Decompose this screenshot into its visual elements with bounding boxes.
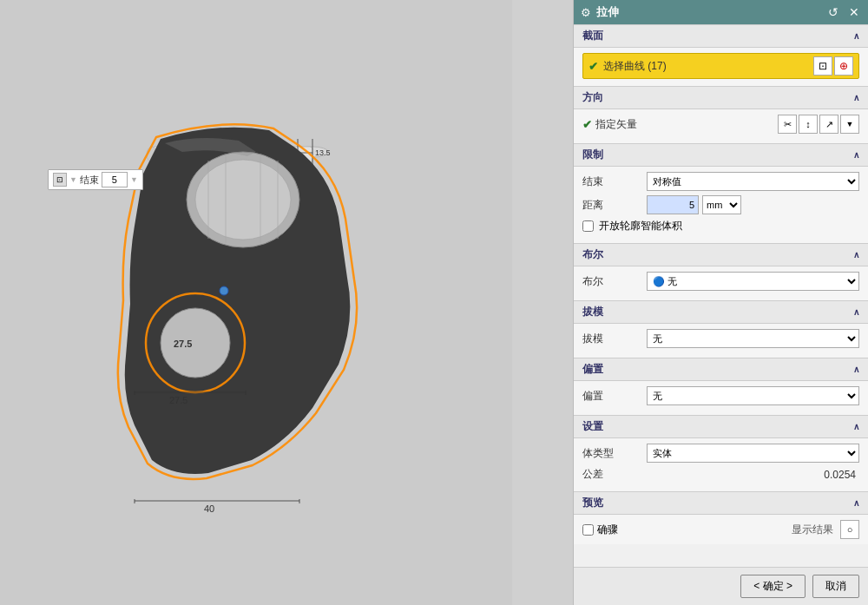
section-content-draft: 拔模 无 (574, 324, 868, 358)
section-header-curve[interactable]: 截面 ∧ (574, 24, 868, 48)
draft-field-label: 拔模 (582, 332, 643, 346)
section-content-offset: 偏置 无 (574, 381, 868, 415)
draft-select[interactable]: 无 (647, 329, 859, 348)
section-header-limit[interactable]: 限制 ∧ (574, 143, 868, 167)
curve-icon-group: ⊡ ⊕ (813, 56, 853, 76)
preview-row: 确骤 显示结果 ○ (582, 520, 859, 539)
distance-label: 距离 (582, 198, 643, 213)
direction-check-icon: ✔ (582, 118, 592, 131)
body-type-label: 体类型 (582, 446, 643, 461)
section-content-limit: 结束 对称值 距离 mm 开放轮廓智能体积 (574, 167, 868, 243)
open-contour-label: 开放轮廓智能体积 (599, 219, 682, 233)
section-header-settings[interactable]: 设置 ∧ (574, 415, 868, 438)
section-content-preview: 确骤 显示结果 ○ (574, 515, 868, 544)
end-input[interactable] (102, 172, 128, 187)
section-header-draft[interactable]: 拔模 ∧ (574, 300, 868, 324)
unit-select[interactable]: mm (702, 195, 741, 214)
preview-checkbox[interactable] (582, 524, 594, 536)
confirm-button[interactable]: < 确定 > (740, 575, 806, 598)
draft-row: 拔模 无 (582, 329, 859, 348)
chevron-direction: ∧ (853, 93, 859, 102)
bool-section-label: 布尔 (582, 247, 603, 262)
chevron-offset: ∧ (853, 365, 859, 374)
preview-section-label: 预览 (582, 496, 603, 510)
chevron-draft: ∧ (853, 307, 859, 317)
distance-input[interactable] (647, 195, 699, 214)
chevron-curve: ∧ (853, 31, 859, 41)
show-result-btn[interactable]: ○ (840, 520, 859, 539)
open-contour-checkbox[interactable] (582, 220, 594, 232)
section-header-preview[interactable]: 预览 ∧ (574, 491, 868, 515)
end-select[interactable]: 对称值 (647, 172, 859, 191)
reset-button[interactable]: ↺ (826, 5, 840, 19)
viewport: ZC YC Y X Z 13.5 (0, 0, 573, 605)
show-result-label: 显示结果 (792, 523, 833, 537)
chevron-bool: ∧ (853, 250, 859, 260)
limit-label: 限制 (582, 148, 603, 162)
section-content-direction: ✔ 指定矢量 ✂ ↕ ↗ ▼ (574, 109, 868, 143)
panel-title: 拉伸 (596, 4, 619, 20)
svg-point-24 (195, 160, 291, 240)
tolerance-value: 0.0254 (824, 469, 859, 481)
section-label: 截面 (582, 29, 603, 43)
body-type-row: 体类型 实体 (582, 444, 859, 463)
curve-select-label: 选择曲线 (17) (603, 59, 808, 74)
select-curve-row: ✔ 选择曲线 (17) ⊡ ⊕ (582, 53, 859, 79)
section-content-curve: ✔ 选择曲线 (17) ⊡ ⊕ (574, 48, 868, 86)
section-header-bool[interactable]: 布尔 ∧ (574, 243, 868, 266)
section-content-bool: 布尔 🔵 无 (574, 266, 868, 300)
offset-field-label: 偏置 (582, 389, 643, 404)
panel-footer: < 确定 > 取消 (574, 567, 868, 605)
svg-text:13.5: 13.5 (315, 148, 331, 157)
gear-icon: ⚙ (581, 6, 591, 19)
chevron-limit: ∧ (853, 150, 859, 160)
tolerance-label: 公差 (582, 467, 643, 482)
titlebar-left: ⚙ 拉伸 (581, 4, 619, 20)
titlebar-right: ↺ ✕ (826, 5, 861, 19)
end-label: 结束 (582, 174, 643, 189)
vector-icon-group: ✂ ↕ ↗ ▼ (778, 115, 859, 134)
panel-scroll-area: 截面 ∧ ✔ 选择曲线 (17) ⊡ ⊕ 方向 ∧ (574, 24, 868, 567)
settings-section-label: 设置 (582, 419, 603, 434)
bool-row: 布尔 🔵 无 (582, 272, 859, 291)
direction-row: ✔ 指定矢量 ✂ ↕ ↗ ▼ (582, 115, 859, 134)
draft-section-label: 拔模 (582, 305, 603, 319)
direction-label: 方向 (582, 90, 603, 105)
bool-select[interactable]: 🔵 无 (647, 272, 859, 291)
svg-point-21 (161, 308, 230, 378)
offset-select[interactable]: 无 (647, 386, 859, 405)
gun-model-svg: 13.5 27.5 (0, 0, 512, 605)
end-value-label[interactable]: ⊡ ▼ 结束 ▼ (48, 169, 143, 190)
svg-text:40: 40 (204, 503, 214, 514)
section-content-settings: 体类型 实体 公差 0.0254 (574, 438, 868, 491)
section-header-direction[interactable]: 方向 ∧ (574, 86, 868, 109)
curve-icon-btn1[interactable]: ⊡ (813, 56, 832, 76)
direction-field-label: 指定矢量 (595, 117, 774, 132)
body-type-select[interactable]: 实体 (647, 444, 859, 463)
chevron-preview: ∧ (853, 498, 859, 508)
svg-text:27.5: 27.5 (169, 395, 187, 405)
panel-titlebar: ⚙ 拉伸 ↺ ✕ (574, 0, 868, 24)
svg-point-29 (220, 286, 228, 295)
svg-text:27.5: 27.5 (174, 339, 192, 349)
preview-checkbox-label: 确骤 (597, 523, 618, 537)
end-row: 结束 对称值 (582, 172, 859, 191)
section-header-offset[interactable]: 偏置 ∧ (574, 358, 868, 381)
close-button[interactable]: ✕ (847, 5, 861, 19)
right-panel: ⚙ 拉伸 ↺ ✕ 截面 ∧ ✔ 选择曲线 (17) ⊡ ⊕ (573, 0, 868, 605)
curve-icon-btn2[interactable]: ⊕ (834, 56, 853, 76)
tolerance-row: 公差 0.0254 (582, 467, 859, 482)
curve-check-icon: ✔ (589, 60, 598, 73)
offset-row: 偏置 无 (582, 386, 859, 405)
open-contour-row: 开放轮廓智能体积 (582, 219, 859, 233)
cancel-button[interactable]: 取消 (812, 575, 859, 598)
vec-menu-btn[interactable]: ▼ (840, 115, 859, 134)
distance-row: 距离 mm (582, 195, 859, 214)
vec-icon-btn1[interactable]: ✂ (778, 115, 797, 134)
vec-icon-btn3[interactable]: ↗ (819, 115, 838, 134)
offset-section-label: 偏置 (582, 362, 603, 377)
panel-scroll-content[interactable]: 截面 ∧ ✔ 选择曲线 (17) ⊡ ⊕ 方向 ∧ (574, 24, 868, 567)
bool-field-label: 布尔 (582, 274, 643, 289)
vec-icon-btn2[interactable]: ↕ (799, 115, 818, 134)
chevron-settings: ∧ (853, 422, 859, 431)
